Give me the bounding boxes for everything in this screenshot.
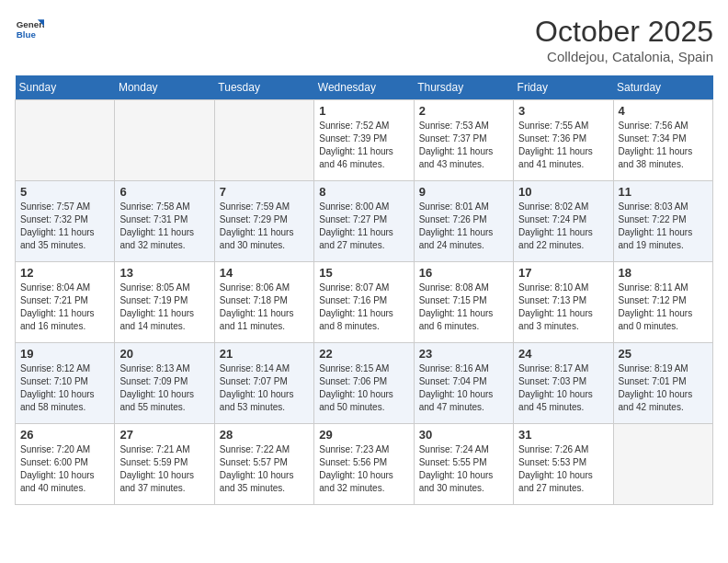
calendar-cell bbox=[613, 424, 712, 505]
cell-info: Sunrise: 8:08 AMSunset: 7:15 PMDaylight:… bbox=[419, 282, 508, 333]
calendar-cell: 24 Sunrise: 8:17 AMSunset: 7:03 PMDaylig… bbox=[514, 343, 613, 424]
cell-info: Sunrise: 7:59 AMSunset: 7:29 PMDaylight:… bbox=[220, 201, 309, 252]
page-header: General Blue October 2025 Colldejou, Cat… bbox=[15, 15, 713, 64]
cell-info: Sunrise: 8:01 AMSunset: 7:26 PMDaylight:… bbox=[419, 201, 508, 252]
day-number: 9 bbox=[419, 185, 508, 199]
calendar-cell: 14 Sunrise: 8:06 AMSunset: 7:18 PMDaylig… bbox=[214, 262, 313, 343]
cell-info: Sunrise: 7:52 AMSunset: 7:39 PMDaylight:… bbox=[319, 120, 408, 171]
day-number: 31 bbox=[518, 428, 608, 442]
cell-info: Sunrise: 7:55 AMSunset: 7:36 PMDaylight:… bbox=[518, 120, 608, 171]
day-number: 21 bbox=[220, 347, 309, 361]
cell-info: Sunrise: 7:22 AMSunset: 5:57 PMDaylight:… bbox=[220, 443, 309, 495]
svg-text:Blue: Blue bbox=[17, 29, 37, 40]
day-number: 14 bbox=[220, 266, 309, 280]
header-day-saturday: Saturday bbox=[613, 75, 712, 100]
calendar-cell: 21 Sunrise: 8:14 AMSunset: 7:07 PMDaylig… bbox=[214, 343, 313, 424]
calendar-cell: 26 Sunrise: 7:20 AMSunset: 6:00 PMDaylig… bbox=[16, 424, 115, 505]
cell-info: Sunrise: 8:11 AMSunset: 7:12 PMDaylight:… bbox=[619, 282, 708, 333]
header-day-monday: Monday bbox=[115, 75, 214, 100]
day-number: 16 bbox=[419, 266, 508, 280]
header-row: SundayMondayTuesdayWednesdayThursdayFrid… bbox=[16, 75, 713, 100]
cell-info: Sunrise: 8:13 AMSunset: 7:09 PMDaylight:… bbox=[119, 362, 209, 414]
cell-info: Sunrise: 7:20 AMSunset: 6:00 PMDaylight:… bbox=[20, 443, 109, 495]
day-number: 4 bbox=[619, 104, 708, 118]
cell-info: Sunrise: 7:57 AMSunset: 7:32 PMDaylight:… bbox=[20, 201, 109, 252]
day-number: 18 bbox=[619, 266, 708, 280]
calendar-cell: 11 Sunrise: 8:03 AMSunset: 7:22 PMDaylig… bbox=[613, 181, 712, 262]
calendar-cell: 27 Sunrise: 7:21 AMSunset: 5:59 PMDaylig… bbox=[115, 424, 214, 505]
calendar-cell: 22 Sunrise: 8:15 AMSunset: 7:06 PMDaylig… bbox=[314, 343, 414, 424]
header-day-friday: Friday bbox=[514, 75, 613, 100]
calendar-cell: 23 Sunrise: 8:16 AMSunset: 7:04 PMDaylig… bbox=[414, 343, 513, 424]
day-number: 28 bbox=[220, 428, 309, 442]
calendar-cell: 8 Sunrise: 8:00 AMSunset: 7:27 PMDayligh… bbox=[314, 181, 414, 262]
day-number: 26 bbox=[20, 428, 109, 442]
calendar-cell: 6 Sunrise: 7:58 AMSunset: 7:31 PMDayligh… bbox=[115, 181, 214, 262]
location-title: Colldejou, Catalonia, Spain bbox=[535, 49, 713, 64]
day-number: 7 bbox=[220, 185, 309, 199]
calendar-cell: 5 Sunrise: 7:57 AMSunset: 7:32 PMDayligh… bbox=[16, 181, 115, 262]
calendar-cell: 10 Sunrise: 8:02 AMSunset: 7:24 PMDaylig… bbox=[514, 181, 613, 262]
calendar-table: SundayMondayTuesdayWednesdayThursdayFrid… bbox=[15, 75, 713, 505]
logo: General Blue bbox=[15, 15, 44, 44]
day-number: 11 bbox=[619, 185, 708, 199]
cell-info: Sunrise: 8:15 AMSunset: 7:06 PMDaylight:… bbox=[319, 362, 408, 414]
day-number: 20 bbox=[119, 347, 209, 361]
week-row-3: 12 Sunrise: 8:04 AMSunset: 7:21 PMDaylig… bbox=[16, 262, 713, 343]
cell-info: Sunrise: 8:16 AMSunset: 7:04 PMDaylight:… bbox=[419, 362, 508, 414]
cell-info: Sunrise: 8:05 AMSunset: 7:19 PMDaylight:… bbox=[119, 282, 209, 333]
header-day-wednesday: Wednesday bbox=[314, 75, 414, 100]
day-number: 5 bbox=[20, 185, 109, 199]
cell-info: Sunrise: 7:23 AMSunset: 5:56 PMDaylight:… bbox=[319, 443, 408, 495]
calendar-cell: 16 Sunrise: 8:08 AMSunset: 7:15 PMDaylig… bbox=[414, 262, 513, 343]
cell-info: Sunrise: 7:53 AMSunset: 7:37 PMDaylight:… bbox=[419, 120, 508, 171]
week-row-1: 1 Sunrise: 7:52 AMSunset: 7:39 PMDayligh… bbox=[16, 100, 713, 181]
day-number: 22 bbox=[319, 347, 408, 361]
calendar-cell: 15 Sunrise: 8:07 AMSunset: 7:16 PMDaylig… bbox=[314, 262, 414, 343]
day-number: 19 bbox=[20, 347, 109, 361]
calendar-cell: 18 Sunrise: 8:11 AMSunset: 7:12 PMDaylig… bbox=[613, 262, 712, 343]
calendar-cell: 29 Sunrise: 7:23 AMSunset: 5:56 PMDaylig… bbox=[314, 424, 414, 505]
cell-info: Sunrise: 8:10 AMSunset: 7:13 PMDaylight:… bbox=[518, 282, 608, 333]
cell-info: Sunrise: 8:19 AMSunset: 7:01 PMDaylight:… bbox=[619, 362, 708, 414]
calendar-cell: 19 Sunrise: 8:12 AMSunset: 7:10 PMDaylig… bbox=[16, 343, 115, 424]
day-number: 30 bbox=[419, 428, 508, 442]
calendar-cell: 13 Sunrise: 8:05 AMSunset: 7:19 PMDaylig… bbox=[115, 262, 214, 343]
day-number: 23 bbox=[419, 347, 508, 361]
day-number: 27 bbox=[119, 428, 209, 442]
cell-info: Sunrise: 8:17 AMSunset: 7:03 PMDaylight:… bbox=[518, 362, 608, 414]
week-row-2: 5 Sunrise: 7:57 AMSunset: 7:32 PMDayligh… bbox=[16, 181, 713, 262]
cell-info: Sunrise: 8:14 AMSunset: 7:07 PMDaylight:… bbox=[220, 362, 309, 414]
calendar-cell: 31 Sunrise: 7:26 AMSunset: 5:53 PMDaylig… bbox=[514, 424, 613, 505]
day-number: 15 bbox=[319, 266, 408, 280]
calendar-cell bbox=[115, 100, 214, 181]
cell-info: Sunrise: 8:04 AMSunset: 7:21 PMDaylight:… bbox=[20, 282, 109, 333]
calendar-cell: 25 Sunrise: 8:19 AMSunset: 7:01 PMDaylig… bbox=[613, 343, 712, 424]
day-number: 6 bbox=[119, 185, 209, 199]
cell-info: Sunrise: 8:12 AMSunset: 7:10 PMDaylight:… bbox=[20, 362, 109, 414]
cell-info: Sunrise: 7:56 AMSunset: 7:34 PMDaylight:… bbox=[619, 120, 708, 171]
calendar-cell bbox=[214, 100, 313, 181]
cell-info: Sunrise: 7:24 AMSunset: 5:55 PMDaylight:… bbox=[419, 443, 508, 495]
week-row-5: 26 Sunrise: 7:20 AMSunset: 6:00 PMDaylig… bbox=[16, 424, 713, 505]
calendar-cell: 2 Sunrise: 7:53 AMSunset: 7:37 PMDayligh… bbox=[414, 100, 513, 181]
calendar-cell: 3 Sunrise: 7:55 AMSunset: 7:36 PMDayligh… bbox=[514, 100, 613, 181]
calendar-cell: 4 Sunrise: 7:56 AMSunset: 7:34 PMDayligh… bbox=[613, 100, 712, 181]
cell-info: Sunrise: 8:00 AMSunset: 7:27 PMDaylight:… bbox=[319, 201, 408, 252]
day-number: 29 bbox=[319, 428, 408, 442]
calendar-cell: 30 Sunrise: 7:24 AMSunset: 5:55 PMDaylig… bbox=[414, 424, 513, 505]
day-number: 13 bbox=[119, 266, 209, 280]
month-title: October 2025 bbox=[535, 15, 713, 49]
cell-info: Sunrise: 8:07 AMSunset: 7:16 PMDaylight:… bbox=[319, 282, 408, 333]
cell-info: Sunrise: 7:26 AMSunset: 5:53 PMDaylight:… bbox=[518, 443, 608, 495]
calendar-cell: 28 Sunrise: 7:22 AMSunset: 5:57 PMDaylig… bbox=[214, 424, 313, 505]
calendar-cell: 7 Sunrise: 7:59 AMSunset: 7:29 PMDayligh… bbox=[214, 181, 313, 262]
day-number: 24 bbox=[518, 347, 608, 361]
header-day-sunday: Sunday bbox=[16, 75, 115, 100]
day-number: 2 bbox=[419, 104, 508, 118]
calendar-cell: 9 Sunrise: 8:01 AMSunset: 7:26 PMDayligh… bbox=[414, 181, 513, 262]
cell-info: Sunrise: 8:02 AMSunset: 7:24 PMDaylight:… bbox=[518, 201, 608, 252]
day-number: 17 bbox=[518, 266, 608, 280]
cell-info: Sunrise: 7:21 AMSunset: 5:59 PMDaylight:… bbox=[119, 443, 209, 495]
day-number: 10 bbox=[518, 185, 608, 199]
